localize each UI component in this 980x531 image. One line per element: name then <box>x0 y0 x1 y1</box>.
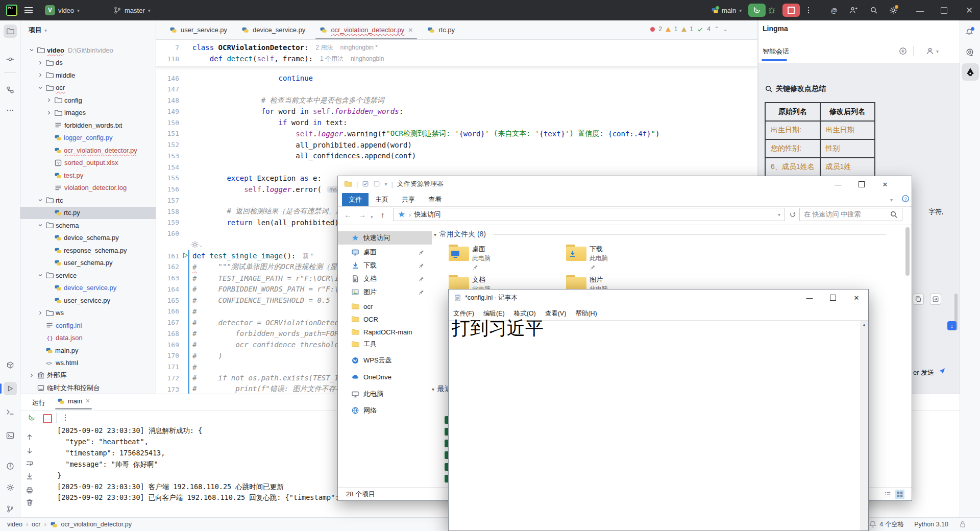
sidebar-item-OCR[interactable]: OCR <box>338 312 432 326</box>
window-maximize-button[interactable] <box>850 176 873 192</box>
tree-item-video[interactable]: videoD:\Git\bin\video <box>20 44 156 56</box>
tree-item--[interactable]: 临时文件和控制台 <box>20 382 156 394</box>
more-options-button[interactable] <box>61 414 69 422</box>
chevron-right-icon[interactable] <box>46 110 53 116</box>
code-with-me-icon[interactable] <box>849 0 857 20</box>
window-close-button[interactable]: ✕ <box>845 289 868 306</box>
services-tool-button[interactable] <box>4 481 17 494</box>
debug-button[interactable] <box>768 0 776 20</box>
send-icon[interactable] <box>938 367 946 375</box>
project-tool-button[interactable] <box>4 25 17 38</box>
sidebar-item-OneDrive[interactable]: OneDrive <box>338 370 432 383</box>
new-chat-button[interactable] <box>899 47 907 55</box>
run-config-widget[interactable]: main▾ <box>711 0 742 20</box>
tree-item-ws[interactable]: ws <box>20 307 156 319</box>
soft-wrap-icon[interactable] <box>24 458 35 469</box>
tree-item-response-schema-py[interactable]: response_schema.py <box>20 244 156 256</box>
settings-icon[interactable] <box>889 0 897 20</box>
more-actions-button[interactable] <box>804 0 813 20</box>
stop-button[interactable] <box>782 4 800 17</box>
properties-icon[interactable] <box>362 180 369 187</box>
clear-icon[interactable] <box>24 497 35 508</box>
chevron-down-icon[interactable] <box>29 47 36 53</box>
breadcrumb[interactable]: video›ocr›ocr_violation_detector.py <box>7 521 132 528</box>
ribbon-collapse-chevron[interactable]: ▾ <box>890 196 893 203</box>
scroll-up-icon[interactable] <box>24 432 35 442</box>
chevron-right-icon[interactable] <box>46 97 53 103</box>
window-minimize-button[interactable]: — <box>826 176 850 192</box>
section-header-frequent[interactable]: ▾常用文件夹 (8) <box>434 230 886 239</box>
tab-smart-chat[interactable]: 智能会话 <box>763 47 789 56</box>
account-button[interactable]: ▾ <box>926 47 939 55</box>
notepad-text[interactable]: 打到习近平 <box>452 316 544 341</box>
insert-button[interactable] <box>930 294 941 305</box>
tree-item-config-ini[interactable]: config.ini <box>20 319 156 331</box>
chevron-down-icon[interactable] <box>37 222 44 228</box>
tree-item-ocr[interactable]: ocr <box>20 82 156 94</box>
tree-item-rtc[interactable]: rtc <box>20 194 156 206</box>
sidebar-item-RapidOCR-main[interactable]: RapidOCR-main <box>338 325 432 339</box>
structure-tool-button[interactable] <box>4 83 17 96</box>
help-icon[interactable]: ? <box>901 195 910 203</box>
version-control-tool-button[interactable] <box>4 502 17 516</box>
folder-tile-下载[interactable]: 下载此电脑 <box>566 245 678 274</box>
editor-tab-rtc-py[interactable]: rtc.py <box>420 20 462 39</box>
stop-button[interactable] <box>43 414 52 423</box>
run-tool-button[interactable] <box>4 382 17 395</box>
chevron-right-icon[interactable] <box>37 310 44 316</box>
python-packages-tool-button[interactable] <box>4 358 17 372</box>
window-maximize-button[interactable] <box>941 0 947 20</box>
tree-item-data-json[interactable]: {}data.json <box>20 332 156 344</box>
tree-item-ws-html[interactable]: <>ws.html <box>20 357 156 369</box>
print-icon[interactable] <box>24 485 35 495</box>
tree-item-device-schema-py[interactable]: device_schema.py <box>20 232 156 244</box>
tree-item-config[interactable]: config <box>20 94 156 106</box>
ai-chat-tool-icon[interactable] <box>966 48 974 56</box>
sidebar-item-WPS-[interactable]: WPS云盘 <box>338 354 432 367</box>
tree-item-logger-config-py[interactable]: logger_config.py <box>20 132 156 144</box>
run-tab-main[interactable]: main✕ <box>57 397 90 405</box>
sidebar-item--[interactable]: 图片 <box>338 285 432 299</box>
chevron-right-icon[interactable] <box>37 60 44 66</box>
ribbon-tab-0[interactable]: 文件 <box>342 193 369 206</box>
tree-item-rtc-py[interactable]: rtc.py <box>20 207 156 219</box>
tree-item-service[interactable]: service <box>20 269 156 281</box>
sidebar-item--[interactable]: 网络 <box>338 404 432 417</box>
chevron-down-icon[interactable] <box>37 85 44 91</box>
window-close-button[interactable]: ✕ <box>873 176 897 192</box>
tree-item-sorted-output-xlsx[interactable]: ?sorted_output.xlsx <box>20 157 156 169</box>
notifications-bell-icon[interactable] <box>965 28 973 36</box>
sidebar-item-ocr[interactable]: ocr <box>338 300 432 313</box>
tree-item-user-service-py[interactable]: user_service.py <box>20 294 156 306</box>
chevron-right-icon[interactable] <box>29 372 36 378</box>
lock-icon[interactable] <box>959 520 967 528</box>
editor-tab-user-service-py[interactable]: user_service.py <box>162 20 234 39</box>
sidebar-item--[interactable]: 此电脑 <box>338 388 432 401</box>
content-scrollbar[interactable] <box>905 227 910 276</box>
inspections-widget[interactable]: 2114⌃⌄ <box>650 23 728 35</box>
editor-tab-ocr-violation-detector-py[interactable]: ocr_violation_detector.py✕ <box>312 20 420 39</box>
chevron-down-icon[interactable] <box>37 272 44 278</box>
notepad-scrollbar[interactable]: ▲ <box>860 321 868 530</box>
close-icon[interactable]: ✕ <box>408 27 413 34</box>
details-view-icon[interactable] <box>884 491 891 498</box>
thumbnail-view-icon[interactable] <box>895 490 904 499</box>
commit-tool-button[interactable] <box>4 53 17 66</box>
sidebar-item--[interactable]: 文档 <box>338 272 432 285</box>
rerun-button[interactable] <box>28 414 36 422</box>
tree-item-middle[interactable]: middle <box>20 69 156 81</box>
sidebar-item--[interactable]: 快速访问 <box>338 231 432 245</box>
project-widget[interactable]: Vvideo▾ <box>45 0 80 20</box>
window-close-button[interactable]: ✕ <box>966 0 973 20</box>
forward-button[interactable]: → <box>358 210 366 219</box>
refresh-icon[interactable] <box>789 211 796 218</box>
history-chevron[interactable]: ▾ <box>371 212 373 220</box>
next-problem-icon[interactable]: ⌄ <box>723 26 728 33</box>
tree-item-images[interactable]: images <box>20 107 156 119</box>
more-tools-button[interactable] <box>4 104 17 117</box>
ai-assistant-icon[interactable]: @ <box>830 0 838 20</box>
chevron-right-icon[interactable] <box>37 72 44 78</box>
folder-tile-桌面[interactable]: 桌面此电脑 <box>449 245 561 274</box>
ribbon-tab-3[interactable]: 查看 <box>422 193 448 206</box>
window-minimize-button[interactable]: — <box>798 289 821 306</box>
